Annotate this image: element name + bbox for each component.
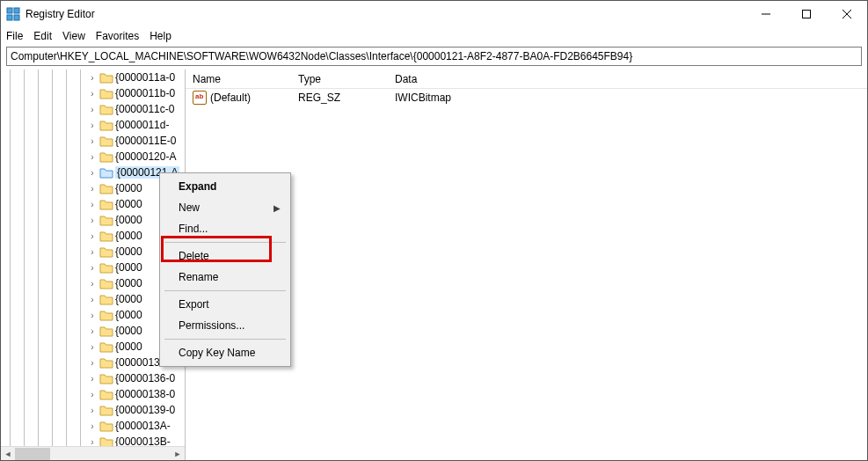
folder-icon <box>99 71 113 84</box>
chevron-right-icon[interactable]: › <box>87 247 98 257</box>
menu-file[interactable]: File <box>6 30 23 42</box>
tree-item[interactable]: ›{0000011b-0 <box>87 85 185 101</box>
tree-item-label: {0000011b-0 <box>115 87 175 99</box>
chevron-right-icon[interactable]: › <box>87 121 98 130</box>
tree-item[interactable]: ›{0000013A- <box>87 418 185 434</box>
tree-item-label: {0000 <box>115 245 142 258</box>
scroll-left-icon[interactable]: ◄ <box>1 447 15 461</box>
folder-icon <box>99 166 113 179</box>
svg-rect-0 <box>7 8 12 13</box>
tree-item-label: {00000139-0 <box>115 404 175 416</box>
chevron-right-icon[interactable]: › <box>87 168 98 178</box>
chevron-right-icon[interactable]: › <box>87 184 98 194</box>
close-button[interactable] <box>827 1 867 27</box>
ctx-export[interactable]: Export <box>163 294 288 315</box>
chevron-right-icon[interactable]: › <box>87 437 98 447</box>
tree-item[interactable]: ›{00000136-0 <box>87 370 185 386</box>
ctx-find[interactable]: Find... <box>163 218 288 239</box>
chevron-right-icon[interactable]: › <box>87 279 98 289</box>
chevron-right-icon[interactable]: › <box>87 152 98 162</box>
window-title: Registry Editor <box>26 8 95 20</box>
folder-icon <box>99 119 113 131</box>
chevron-right-icon[interactable]: › <box>87 89 98 99</box>
menu-edit[interactable]: Edit <box>33 30 52 42</box>
maximize-button[interactable] <box>786 1 827 27</box>
ctx-rename[interactable]: Rename <box>163 267 288 288</box>
ctx-expand[interactable]: Expand <box>163 176 288 197</box>
chevron-right-icon[interactable]: › <box>87 421 98 431</box>
chevron-right-icon[interactable]: › <box>87 216 98 225</box>
folder-icon <box>99 340 113 353</box>
chevron-right-icon[interactable]: › <box>87 342 98 352</box>
ctx-delete[interactable]: Delete <box>163 245 288 267</box>
chevron-right-icon: ▶ <box>274 203 281 213</box>
folder-icon <box>99 325 113 337</box>
folder-icon <box>99 214 113 226</box>
folder-icon <box>99 293 113 305</box>
tree-item[interactable]: ›{00000139-0 <box>87 402 185 418</box>
chevron-right-icon[interactable]: › <box>87 326 98 336</box>
tree-item-label: {0000 <box>115 198 142 210</box>
tree-item-label: {0000 <box>115 230 142 242</box>
tree-pane[interactable]: ›{0000011a-0›{0000011b-0›{0000011c-0›{00… <box>1 70 186 460</box>
folder-icon <box>99 182 113 194</box>
tree-item[interactable]: ›{0000011a-0 <box>87 70 185 85</box>
ctx-new[interactable]: New▶ <box>163 197 288 218</box>
column-header-name[interactable]: Name <box>186 73 291 85</box>
context-menu: Expand New▶ Find... Delete Rename Export… <box>159 172 291 367</box>
tree-item[interactable]: ›{0000011d- <box>87 117 185 133</box>
menu-view[interactable]: View <box>62 30 85 42</box>
tree-item-label: {00000138-0 <box>115 388 175 400</box>
tree-item-label: {0000011c-0 <box>115 103 174 115</box>
folder-icon <box>99 356 113 369</box>
chevron-right-icon[interactable]: › <box>87 406 98 415</box>
column-header-data[interactable]: Data <box>388 73 867 85</box>
window: Registry Editor File Edit View Favorites… <box>0 0 868 461</box>
chevron-right-icon[interactable]: › <box>87 231 98 241</box>
tree-item-label: {00000120-A <box>115 150 176 163</box>
separator <box>164 339 286 340</box>
tree-item-label: {0000 <box>115 277 142 289</box>
svg-rect-2 <box>7 15 12 20</box>
svg-rect-1 <box>14 8 19 13</box>
chevron-right-icon[interactable]: › <box>87 358 98 368</box>
folder-icon <box>99 150 113 163</box>
chevron-right-icon[interactable]: › <box>87 295 98 304</box>
body: ›{0000011a-0›{0000011b-0›{0000011c-0›{00… <box>1 70 867 460</box>
tree-item[interactable]: ›{0000011c-0 <box>87 101 185 117</box>
chevron-right-icon[interactable]: › <box>87 105 98 114</box>
address-bar[interactable]: Computer\HKEY_LOCAL_MACHINE\SOFTWARE\WOW… <box>6 47 862 66</box>
chevron-right-icon[interactable]: › <box>87 200 98 209</box>
scroll-right-icon[interactable]: ► <box>171 447 185 461</box>
chevron-right-icon[interactable]: › <box>87 263 98 273</box>
chevron-right-icon[interactable]: › <box>87 136 98 146</box>
tree-item[interactable]: ›{00000120-A <box>87 149 185 165</box>
separator <box>164 290 286 291</box>
minimize-button[interactable] <box>746 1 786 27</box>
chevron-right-icon[interactable]: › <box>87 374 98 384</box>
chevron-right-icon[interactable]: › <box>87 73 98 83</box>
tree-item-label: {0000013A- <box>115 420 171 432</box>
svg-rect-3 <box>14 15 19 20</box>
chevron-right-icon[interactable]: › <box>87 311 98 320</box>
tree-item-label: {0000011a-0 <box>115 71 175 84</box>
ctx-copy-key-name[interactable]: Copy Key Name <box>163 342 288 363</box>
menu-help[interactable]: Help <box>150 30 171 42</box>
menu-favorites[interactable]: Favorites <box>96 30 139 42</box>
chevron-right-icon[interactable]: › <box>87 390 98 399</box>
ctx-permissions[interactable]: Permissions... <box>163 315 288 336</box>
regedit-icon <box>6 7 20 21</box>
tree-item[interactable]: ›{0000011E-0 <box>87 133 185 149</box>
list-header: Name Type Data <box>186 70 867 89</box>
value-type: REG_SZ <box>291 91 388 104</box>
list-row[interactable]: (Default) REG_SZ IWICBitmap <box>186 89 867 106</box>
tree-item-label: {0000 <box>115 182 142 194</box>
column-header-type[interactable]: Type <box>291 73 388 85</box>
tree-item[interactable]: ›{00000138-0 <box>87 386 185 402</box>
scroll-thumb[interactable] <box>15 448 50 460</box>
tree-item-label: {0000 <box>115 214 142 226</box>
tree-guide-lines <box>1 70 80 460</box>
scrollbar-horizontal[interactable]: ◄ ► <box>1 446 185 460</box>
folder-icon <box>99 87 113 99</box>
titlebar: Registry Editor <box>1 1 867 27</box>
